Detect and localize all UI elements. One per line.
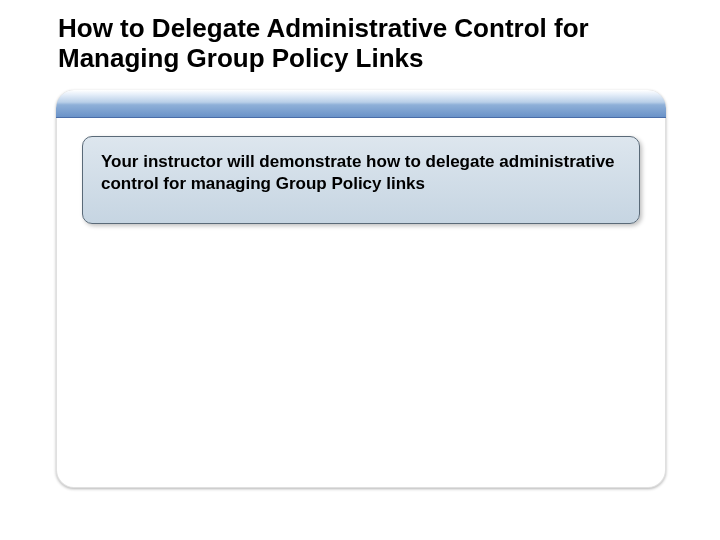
callout-text: Your instructor will demonstrate how to … bbox=[101, 151, 621, 195]
panel-header-bar bbox=[56, 90, 666, 118]
slide-title: How to Delegate Administrative Control f… bbox=[58, 14, 660, 74]
instructor-callout: Your instructor will demonstrate how to … bbox=[82, 136, 640, 224]
